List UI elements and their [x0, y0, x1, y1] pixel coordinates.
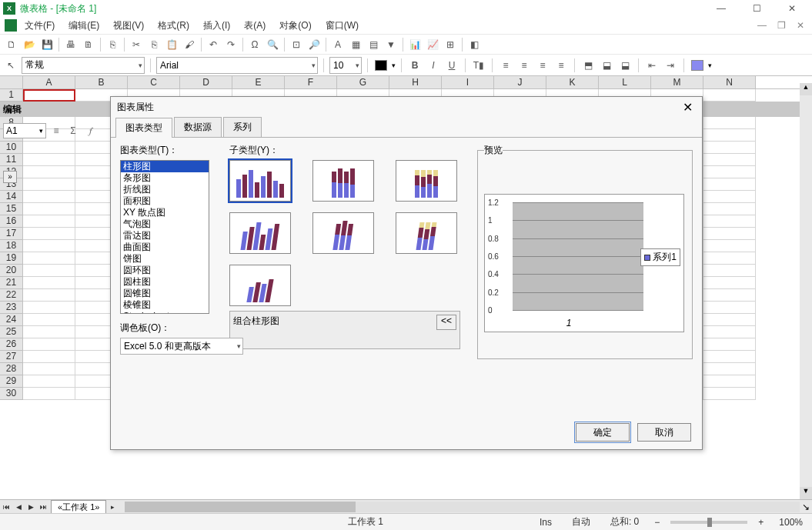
subtype-100stacked-2d[interactable]	[396, 160, 457, 202]
cell[interactable]	[703, 129, 756, 142]
row-header[interactable]: 25	[0, 326, 23, 338]
font-combo[interactable]: Arial▾	[156, 57, 318, 74]
row-header[interactable]: 22	[0, 289, 23, 302]
mdi-close[interactable]: ✕	[794, 20, 807, 31]
cell[interactable]	[703, 302, 756, 314]
select-all-corner[interactable]	[0, 76, 23, 88]
col-header-M[interactable]: M	[651, 76, 703, 88]
col-header-D[interactable]: D	[180, 76, 232, 88]
subtype-100stacked-3d[interactable]	[396, 212, 457, 254]
valign-top-icon[interactable]: ⬒	[580, 58, 596, 73]
minimize-button[interactable]: —	[710, 1, 732, 16]
valign-mid-icon[interactable]: ⬓	[599, 58, 614, 73]
expand-row-button[interactable]: »	[3, 171, 17, 183]
chart-type-item[interactable]: XY 散点图	[121, 207, 209, 218]
cell[interactable]	[23, 240, 75, 252]
menu-view[interactable]: 视图(V)	[107, 18, 150, 34]
name-box[interactable]: A1▾	[3, 123, 46, 138]
cell[interactable]	[703, 215, 756, 228]
symbol-icon[interactable]: Ω	[246, 36, 263, 53]
row-header[interactable]: 1	[0, 89, 23, 102]
col-header-G[interactable]: G	[337, 76, 389, 88]
tab-series[interactable]: 系列	[223, 117, 262, 137]
cell[interactable]	[23, 363, 75, 375]
zoom-out-icon[interactable]: −	[654, 517, 660, 528]
align-justify-icon[interactable]: ≡	[553, 58, 569, 73]
cell[interactable]	[23, 142, 75, 154]
col-header-H[interactable]: H	[389, 76, 442, 88]
tab-first-icon[interactable]: ⏮	[0, 501, 12, 513]
sheet-tab[interactable]: «工作表 1»	[51, 500, 106, 514]
chart-type-item[interactable]: 棱锥图	[121, 299, 209, 311]
cell[interactable]	[703, 277, 756, 289]
paste-icon[interactable]: 📋	[163, 36, 180, 53]
cell[interactable]	[703, 117, 756, 129]
menu-file[interactable]: 文件(F)	[18, 18, 61, 34]
cell[interactable]	[23, 265, 75, 277]
underline-icon[interactable]: U	[444, 58, 459, 73]
chart-type-item[interactable]: 圆环图	[121, 265, 209, 276]
tab-last-icon[interactable]: ⏭	[37, 501, 49, 513]
row-header[interactable]: 14	[0, 191, 23, 203]
cell[interactable]	[703, 252, 756, 265]
new-icon[interactable]: 🗋	[3, 36, 20, 53]
cell[interactable]	[703, 289, 756, 302]
chart2-icon[interactable]: 📈	[424, 36, 441, 53]
horizontal-scrollbar[interactable]	[125, 502, 800, 512]
merge-right-icon[interactable]: ⇥	[663, 58, 678, 73]
desc-prev-button[interactable]: <<	[436, 315, 456, 330]
cell[interactable]	[23, 351, 75, 363]
zoom-icon[interactable]: 🔎	[306, 36, 322, 53]
grid-icon[interactable]: ▦	[347, 36, 364, 53]
chart-type-item[interactable]: 气泡图	[121, 218, 209, 230]
number-format-combo[interactable]: 常规▾	[22, 57, 145, 74]
row-header[interactable]: 29	[0, 375, 23, 388]
mdi-restore[interactable]: ❐	[774, 20, 789, 31]
font-color-icon[interactable]	[373, 58, 389, 73]
col-header-J[interactable]: J	[494, 76, 546, 88]
chart-icon[interactable]: 📊	[406, 36, 423, 53]
zoom-level[interactable]: 100%	[774, 517, 807, 528]
bold-icon[interactable]: B	[407, 58, 423, 73]
open-icon[interactable]: 📂	[21, 36, 38, 53]
cell[interactable]	[703, 338, 756, 351]
chart-type-item[interactable]: 柱形图	[121, 161, 209, 172]
maximize-button[interactable]: ☐	[746, 1, 767, 16]
row-header[interactable]: 15	[0, 203, 23, 215]
cell[interactable]	[703, 240, 756, 252]
freeze-icon[interactable]: ▤	[365, 36, 382, 53]
subtype-3d-column[interactable]	[229, 265, 291, 306]
cell-a1[interactable]	[23, 89, 75, 102]
tab-menu-icon[interactable]: ▸	[106, 501, 119, 513]
tab-prev-icon[interactable]: ◀	[12, 501, 25, 513]
cell[interactable]	[703, 326, 756, 338]
chart-type-item[interactable]: 饼图	[121, 253, 209, 265]
undo-icon[interactable]: ↶	[205, 36, 222, 53]
mdi-minimize[interactable]: —	[754, 20, 770, 31]
textbox-icon[interactable]: A	[329, 36, 346, 53]
row-header[interactable]: 28	[0, 363, 23, 375]
autofilter-icon[interactable]: ▼	[383, 36, 399, 53]
menu-object[interactable]: 对象(O)	[273, 18, 317, 34]
cancel-button[interactable]: 取消	[637, 423, 691, 442]
cell[interactable]	[703, 388, 756, 400]
align-right-icon[interactable]: ≡	[535, 58, 550, 73]
cell[interactable]	[23, 178, 75, 191]
dialog-close-icon[interactable]: ✕	[680, 100, 696, 115]
print-icon[interactable]: 🖶	[62, 36, 79, 53]
cell[interactable]	[23, 228, 75, 240]
col-header-E[interactable]: E	[232, 76, 285, 88]
row-header[interactable]: 21	[0, 277, 23, 289]
object-icon[interactable]: ◧	[466, 36, 483, 53]
cell[interactable]	[703, 363, 756, 375]
col-header-F[interactable]: F	[285, 76, 337, 88]
merge-left-icon[interactable]: ⇤	[644, 58, 660, 73]
cell[interactable]	[703, 178, 756, 191]
cell[interactable]	[703, 166, 756, 178]
cell[interactable]	[23, 375, 75, 388]
find-icon[interactable]: 🔍	[264, 36, 281, 53]
sum-icon[interactable]: Σ	[66, 124, 80, 138]
row-header[interactable]: 24	[0, 314, 23, 326]
row-header[interactable]: 10	[0, 142, 23, 154]
chart-type-list[interactable]: 柱形图条形图折线图面积图XY 散点图气泡图雷达图曲面图饼图圆环图圆柱图圆锥图棱锥…	[120, 160, 209, 314]
